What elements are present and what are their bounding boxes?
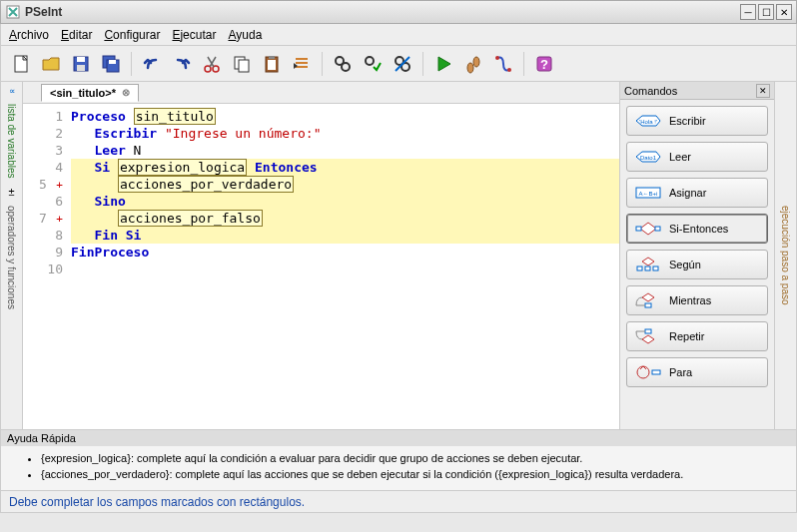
maximize-button[interactable]: ☐ <box>758 4 774 20</box>
svg-point-37 <box>637 366 649 378</box>
si-icon <box>633 220 663 238</box>
copy-button[interactable] <box>228 50 256 78</box>
flowchart-button[interactable] <box>489 50 517 78</box>
panel-title: Comandos <box>624 85 677 97</box>
cmd-asignar[interactable]: A←B+iAsignar <box>626 178 768 208</box>
sidetab-ops[interactable]: operadores y funciones <box>6 202 17 313</box>
help-item: {expresion_logica}: complete aquí la con… <box>41 452 780 464</box>
commands-panel: Comandos ✕ 'Hola !'Escribir Dato1Leer A←… <box>619 82 774 429</box>
asignar-icon: A←B+i <box>633 184 663 202</box>
menu-ayuda[interactable]: Ayuda <box>228 28 262 42</box>
ops-icon[interactable]: ± <box>8 186 14 198</box>
escribir-icon: 'Hola !' <box>633 112 663 130</box>
svg-point-16 <box>342 63 350 71</box>
line-gutter: 1234 5 +6 7 +8910 <box>23 104 71 429</box>
menu-editar[interactable]: Editar <box>61 28 92 42</box>
svg-text:Dato1: Dato1 <box>640 155 657 161</box>
menu-archivo[interactable]: Archivo <box>9 28 49 42</box>
indent-button[interactable] <box>288 50 316 78</box>
editor-column: <sin_titulo>* ⊗ 1234 5 +6 7 +8910 Proces… <box>23 82 619 429</box>
statusbar: Debe completar los campos marcados con r… <box>0 491 797 513</box>
cmd-mientras[interactable]: Mientras <box>626 285 768 315</box>
check-button[interactable] <box>359 50 387 78</box>
file-tab[interactable]: <sin_titulo>* ⊗ <box>41 84 139 102</box>
code-editor[interactable]: 1234 5 +6 7 +8910 Proceso sin_titulo Esc… <box>23 104 619 429</box>
close-button[interactable]: ✕ <box>776 4 792 20</box>
repetir-icon <box>633 327 663 345</box>
svg-rect-36 <box>645 329 651 333</box>
svg-rect-4 <box>77 65 85 71</box>
save-button[interactable] <box>67 50 95 78</box>
svg-rect-14 <box>269 56 275 59</box>
svg-point-22 <box>495 56 499 60</box>
segun-icon <box>633 256 663 273</box>
redo-button[interactable] <box>168 50 196 78</box>
cmd-repetir[interactable]: Repetir <box>626 321 768 351</box>
cmd-para[interactable]: Para <box>626 357 768 387</box>
svg-rect-30 <box>636 227 641 231</box>
svg-rect-13 <box>268 60 276 70</box>
svg-point-20 <box>467 63 473 73</box>
help-panel: Ayuda Rápida {expresion_logica}: complet… <box>0 430 797 491</box>
menu-configurar[interactable]: Configurar <box>104 28 160 42</box>
titlebar: PSeInt ─ ☐ ✕ <box>0 0 797 24</box>
cmd-segun[interactable]: Según <box>626 250 768 279</box>
menu-ejecutar[interactable]: Ejecutar <box>172 28 216 42</box>
open-button[interactable] <box>37 50 65 78</box>
sidetab-vars[interactable]: lista de variables <box>6 100 17 182</box>
cut-button[interactable] <box>198 50 226 78</box>
undo-button[interactable] <box>138 50 166 78</box>
svg-rect-11 <box>239 60 249 72</box>
para-icon <box>633 363 663 381</box>
svg-point-17 <box>366 57 374 65</box>
svg-text:?: ? <box>540 57 548 72</box>
menubar: Archivo Editar Configurar Ejecutar Ayuda <box>0 24 797 46</box>
svg-rect-38 <box>652 370 660 374</box>
cmd-si-entonces[interactable]: Si-Entonces <box>626 214 768 244</box>
app-icon <box>5 4 21 20</box>
find-button[interactable] <box>329 50 357 78</box>
svg-point-21 <box>473 57 479 67</box>
panel-close-icon[interactable]: ✕ <box>756 84 770 98</box>
svg-rect-33 <box>645 266 650 270</box>
svg-rect-32 <box>637 266 642 270</box>
tab-name: <sin_titulo>* <box>50 87 116 99</box>
replace-button[interactable] <box>389 50 416 78</box>
svg-rect-3 <box>77 57 85 62</box>
right-sidebar: ejecución paso a paso <box>774 82 796 429</box>
svg-rect-31 <box>655 227 660 231</box>
saveas-button[interactable] <box>97 50 125 78</box>
minimize-button[interactable]: ─ <box>740 4 756 20</box>
new-button[interactable] <box>7 50 35 78</box>
toolbar: ? <box>0 46 797 82</box>
help-button[interactable]: ? <box>530 50 558 78</box>
status-text: Debe completar los campos marcados con r… <box>9 495 305 509</box>
cmd-leer[interactable]: Dato1Leer <box>626 142 768 172</box>
help-item: {acciones_por_verdadero}: complete aquí … <box>41 468 780 480</box>
paste-button[interactable] <box>258 50 286 78</box>
run-button[interactable] <box>429 50 457 78</box>
leer-icon: Dato1 <box>633 148 663 166</box>
cmd-escribir[interactable]: 'Hola !'Escribir <box>626 106 768 136</box>
svg-rect-35 <box>645 303 651 307</box>
step-button[interactable] <box>459 50 487 78</box>
svg-text:'Hola !': 'Hola !' <box>639 119 657 125</box>
svg-rect-7 <box>109 60 116 64</box>
sidetab-step[interactable]: ejecución paso a paso <box>780 202 791 309</box>
left-sidebar: ∝ lista de variables ± operadores y func… <box>1 82 23 429</box>
svg-rect-34 <box>653 266 658 270</box>
window-title: PSeInt <box>25 5 738 19</box>
svg-text:A←B+i: A←B+i <box>639 191 658 197</box>
vars-icon[interactable]: ∝ <box>9 86 15 96</box>
svg-point-23 <box>507 68 511 72</box>
help-title: Ayuda Rápida <box>7 432 76 444</box>
tab-close-icon[interactable]: ⊗ <box>122 87 130 98</box>
mientras-icon <box>633 291 663 309</box>
